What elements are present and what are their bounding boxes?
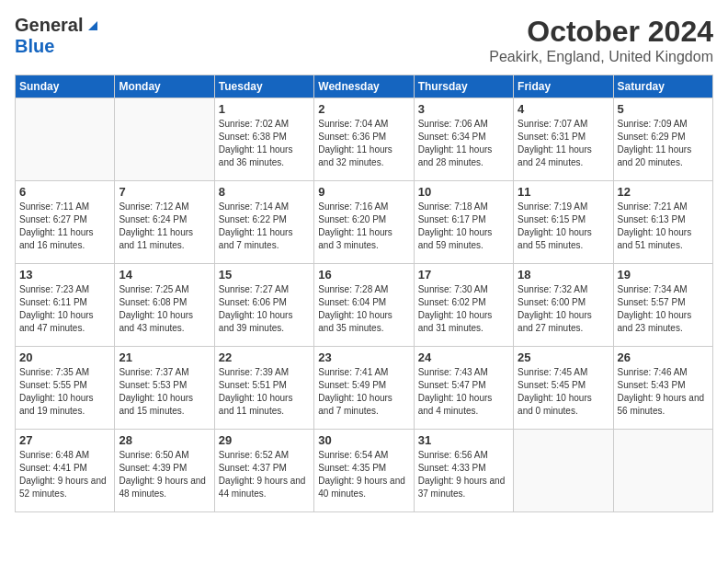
day-number: 22 [219,350,310,364]
calendar-cell: 23Sunrise: 7:41 AM Sunset: 5:49 PM Dayli… [314,347,414,430]
day-number: 15 [219,268,310,282]
day-info: Sunrise: 7:28 AM Sunset: 6:04 PM Dayligh… [318,283,409,335]
day-header-thursday: Thursday [414,75,513,98]
day-info: Sunrise: 7:06 AM Sunset: 6:34 PM Dayligh… [418,118,509,169]
svg-marker-0 [88,21,97,30]
day-number: 23 [318,350,409,364]
day-number: 14 [119,268,210,282]
day-number: 18 [518,268,609,282]
day-info: Sunrise: 7:27 AM Sunset: 6:06 PM Dayligh… [219,283,310,335]
month-title: October 2024 [489,15,713,49]
day-number: 4 [518,102,609,116]
day-number: 29 [219,433,310,447]
calendar-week-row: 20Sunrise: 7:35 AM Sunset: 5:55 PM Dayli… [16,347,713,430]
day-number: 24 [418,350,509,364]
calendar-cell: 24Sunrise: 7:43 AM Sunset: 5:47 PM Dayli… [414,347,513,430]
calendar-cell: 11Sunrise: 7:19 AM Sunset: 6:15 PM Dayli… [514,181,613,264]
location-title: Peakirk, England, United Kingdom [489,49,713,65]
day-info: Sunrise: 7:16 AM Sunset: 6:20 PM Dayligh… [318,201,409,252]
logo-general-text: General [15,15,83,36]
day-header-sunday: Sunday [16,75,115,98]
day-number: 19 [618,268,709,282]
calendar-cell: 5Sunrise: 7:09 AM Sunset: 6:29 PM Daylig… [613,98,712,181]
calendar-cell: 9Sunrise: 7:16 AM Sunset: 6:20 PM Daylig… [314,181,414,264]
day-number: 31 [418,433,509,447]
day-number: 20 [19,350,110,364]
day-number: 27 [19,433,110,447]
calendar-cell: 22Sunrise: 7:39 AM Sunset: 5:51 PM Dayli… [214,347,313,430]
day-header-saturday: Saturday [613,75,712,98]
day-number: 13 [19,268,110,282]
day-number: 6 [19,185,110,199]
day-number: 3 [418,102,509,116]
day-number: 11 [518,185,609,199]
day-number: 5 [618,102,709,116]
day-info: Sunrise: 7:21 AM Sunset: 6:13 PM Dayligh… [618,201,709,252]
calendar-cell: 26Sunrise: 7:46 AM Sunset: 5:43 PM Dayli… [613,347,712,430]
day-info: Sunrise: 7:32 AM Sunset: 6:00 PM Dayligh… [518,283,609,335]
calendar-cell: 25Sunrise: 7:45 AM Sunset: 5:45 PM Dayli… [514,347,613,430]
day-number: 8 [219,185,310,199]
calendar-cell: 15Sunrise: 7:27 AM Sunset: 6:06 PM Dayli… [214,264,313,347]
day-number: 12 [618,185,709,199]
calendar-cell: 14Sunrise: 7:25 AM Sunset: 6:08 PM Dayli… [115,264,214,347]
calendar-cell: 20Sunrise: 7:35 AM Sunset: 5:55 PM Dayli… [16,347,115,430]
calendar-cell [115,98,214,181]
day-info: Sunrise: 7:43 AM Sunset: 5:47 PM Dayligh… [418,366,509,418]
day-info: Sunrise: 6:48 AM Sunset: 4:41 PM Dayligh… [19,449,110,500]
calendar-cell: 12Sunrise: 7:21 AM Sunset: 6:13 PM Dayli… [613,181,712,264]
calendar-cell: 7Sunrise: 7:12 AM Sunset: 6:24 PM Daylig… [115,181,214,264]
day-number: 17 [418,268,509,282]
day-info: Sunrise: 6:50 AM Sunset: 4:39 PM Dayligh… [119,449,210,500]
day-number: 26 [618,350,709,364]
calendar-week-row: 6Sunrise: 7:11 AM Sunset: 6:27 PM Daylig… [16,181,713,264]
day-info: Sunrise: 7:02 AM Sunset: 6:38 PM Dayligh… [219,118,310,169]
day-info: Sunrise: 7:07 AM Sunset: 6:31 PM Dayligh… [518,118,609,169]
calendar-cell: 2Sunrise: 7:04 AM Sunset: 6:36 PM Daylig… [314,98,414,181]
calendar-cell: 21Sunrise: 7:37 AM Sunset: 5:53 PM Dayli… [115,347,214,430]
calendar-cell [514,430,613,512]
day-number: 7 [119,185,210,199]
header: General Blue October 2024 Peakirk, Engla… [15,15,713,65]
calendar-cell: 30Sunrise: 6:54 AM Sunset: 4:35 PM Dayli… [314,430,414,512]
day-info: Sunrise: 7:45 AM Sunset: 5:45 PM Dayligh… [518,366,609,418]
day-info: Sunrise: 7:04 AM Sunset: 6:36 PM Dayligh… [318,118,409,169]
calendar-cell: 1Sunrise: 7:02 AM Sunset: 6:38 PM Daylig… [214,98,313,181]
day-header-monday: Monday [115,75,214,98]
calendar-cell: 27Sunrise: 6:48 AM Sunset: 4:41 PM Dayli… [16,430,115,512]
logo-blue-text: Blue [15,36,54,56]
day-info: Sunrise: 7:35 AM Sunset: 5:55 PM Dayligh… [19,366,110,418]
day-info: Sunrise: 7:14 AM Sunset: 6:22 PM Dayligh… [219,201,310,252]
day-number: 2 [318,102,409,116]
day-info: Sunrise: 7:09 AM Sunset: 6:29 PM Dayligh… [618,118,709,169]
calendar-week-row: 1Sunrise: 7:02 AM Sunset: 6:38 PM Daylig… [16,98,713,181]
calendar-cell: 18Sunrise: 7:32 AM Sunset: 6:00 PM Dayli… [514,264,613,347]
day-number: 21 [119,350,210,364]
day-info: Sunrise: 7:12 AM Sunset: 6:24 PM Dayligh… [119,201,210,252]
day-header-wednesday: Wednesday [314,75,414,98]
calendar-cell [16,98,115,181]
day-info: Sunrise: 7:30 AM Sunset: 6:02 PM Dayligh… [418,283,509,335]
day-number: 16 [318,268,409,282]
day-info: Sunrise: 7:19 AM Sunset: 6:15 PM Dayligh… [518,201,609,252]
calendar-cell: 19Sunrise: 7:34 AM Sunset: 5:57 PM Dayli… [613,264,712,347]
day-info: Sunrise: 7:46 AM Sunset: 5:43 PM Dayligh… [618,366,709,418]
day-header-tuesday: Tuesday [214,75,313,98]
day-number: 9 [318,185,409,199]
day-info: Sunrise: 7:25 AM Sunset: 6:08 PM Dayligh… [119,283,210,335]
calendar-cell: 28Sunrise: 6:50 AM Sunset: 4:39 PM Dayli… [115,430,214,512]
calendar-cell: 8Sunrise: 7:14 AM Sunset: 6:22 PM Daylig… [214,181,313,264]
day-info: Sunrise: 6:56 AM Sunset: 4:33 PM Dayligh… [418,449,509,500]
calendar-cell: 29Sunrise: 6:52 AM Sunset: 4:37 PM Dayli… [214,430,313,512]
calendar-cell: 13Sunrise: 7:23 AM Sunset: 6:11 PM Dayli… [16,264,115,347]
day-info: Sunrise: 7:41 AM Sunset: 5:49 PM Dayligh… [318,366,409,418]
calendar-cell: 31Sunrise: 6:56 AM Sunset: 4:33 PM Dayli… [414,430,513,512]
calendar-week-row: 13Sunrise: 7:23 AM Sunset: 6:11 PM Dayli… [16,264,713,347]
calendar-cell: 3Sunrise: 7:06 AM Sunset: 6:34 PM Daylig… [414,98,513,181]
calendar-header-row: SundayMondayTuesdayWednesdayThursdayFrid… [16,75,713,98]
calendar-table: SundayMondayTuesdayWednesdayThursdayFrid… [15,75,713,512]
calendar-cell [613,430,712,512]
calendar-week-row: 27Sunrise: 6:48 AM Sunset: 4:41 PM Dayli… [16,430,713,512]
day-number: 25 [518,350,609,364]
calendar-cell: 16Sunrise: 7:28 AM Sunset: 6:04 PM Dayli… [314,264,414,347]
